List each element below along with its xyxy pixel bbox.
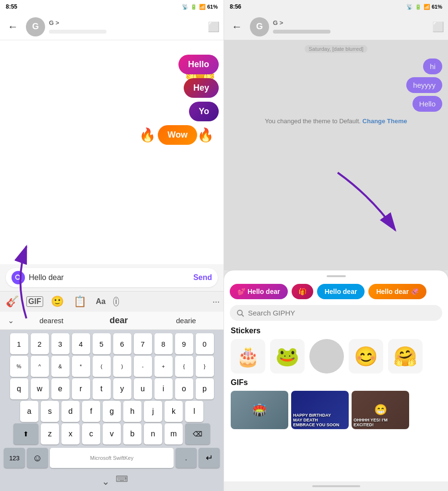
key-star[interactable]: *: [72, 356, 90, 377]
sticker-empty: [309, 339, 344, 374]
right-chat-header: ← G G > ⬜: [224, 13, 448, 40]
chip-hello-dear-1[interactable]: 💕 Hello dear: [230, 284, 288, 299]
music-icon[interactable]: 🎸: [4, 294, 21, 309]
sticker-frog[interactable]: 🐸: [270, 339, 305, 374]
quick-replies: Hello Hey Yo 🔥 Wow 🔥: [139, 55, 219, 145]
key-v[interactable]: v: [103, 423, 121, 444]
more-icon[interactable]: ···: [212, 297, 220, 307]
chip-hello-dear-3[interactable]: Hello dear 🦑: [368, 284, 426, 299]
key-1[interactable]: 1: [10, 333, 28, 354]
clipboard-icon[interactable]: 📋: [71, 294, 88, 309]
chip-gift[interactable]: 🎁: [292, 284, 313, 299]
key-0[interactable]: 0: [196, 333, 214, 354]
key-z[interactable]: z: [41, 423, 59, 444]
key-f[interactable]: f: [82, 401, 100, 422]
collapse-chevron[interactable]: ⌄: [96, 474, 116, 489]
key-q[interactable]: q: [10, 378, 28, 399]
key-num-switch[interactable]: 123: [4, 448, 25, 468]
svg-line-4: [242, 315, 244, 316]
video-icon-right[interactable]: ⬜: [432, 21, 444, 33]
sticker-hug[interactable]: 🤗: [388, 339, 423, 374]
key-backspace[interactable]: ⌫: [185, 423, 210, 444]
key-i[interactable]: i: [154, 378, 173, 399]
key-h[interactable]: h: [123, 401, 141, 422]
key-k[interactable]: k: [165, 401, 183, 422]
key-period[interactable]: .: [176, 448, 197, 468]
key-space[interactable]: Microsoft SwiftKey: [50, 448, 174, 468]
key-x[interactable]: x: [61, 423, 80, 444]
chip-hello-dear-2[interactable]: Hello dear: [317, 284, 365, 299]
gif-3[interactable]: OHHHH YES! I'M EXCITED! 😁: [352, 391, 409, 429]
key-plus[interactable]: +: [154, 356, 173, 377]
avatar: G: [26, 17, 45, 36]
key-8[interactable]: 8: [154, 333, 173, 354]
key-s[interactable]: s: [41, 401, 59, 422]
key-y[interactable]: y: [113, 378, 131, 399]
key-d[interactable]: d: [61, 401, 80, 422]
sticker-smile[interactable]: 😊: [349, 339, 383, 374]
hey-bubble[interactable]: Hey: [184, 78, 219, 98]
key-6[interactable]: 6: [113, 333, 131, 354]
key-a[interactable]: a: [20, 401, 38, 422]
key-lbrace[interactable]: {: [175, 356, 193, 377]
key-shift[interactable]: ⬆: [13, 423, 38, 444]
change-theme-link[interactable]: Change Theme: [363, 117, 407, 125]
font-icon[interactable]: Aa: [94, 296, 107, 307]
gif-icon[interactable]: GIF: [26, 296, 43, 307]
key-g[interactable]: g: [103, 401, 121, 422]
key-e[interactable]: e: [51, 378, 70, 399]
key-7[interactable]: 7: [134, 333, 152, 354]
gif-1[interactable]: 🏟️: [231, 391, 288, 429]
keyboard-nav-left: ⌄ ⌨: [0, 472, 224, 491]
key-w[interactable]: w: [31, 378, 49, 399]
key-3[interactable]: 3: [51, 333, 70, 354]
keyboard-grid-icon[interactable]: ⌨: [116, 474, 128, 489]
key-c[interactable]: c: [82, 423, 100, 444]
key-5[interactable]: 5: [93, 333, 111, 354]
video-call-icon[interactable]: ⬜: [208, 21, 220, 33]
key-caret[interactable]: ^: [31, 356, 49, 377]
message-input[interactable]: [29, 273, 193, 282]
key-emoji[interactable]: ☺: [27, 448, 48, 468]
right-panel: 8:56 📡 🔋 📶 61% ← G G > ⬜ Saturday, [date…: [224, 0, 448, 491]
hello-bubble[interactable]: Hello: [178, 55, 219, 74]
search-icon[interactable]: [12, 271, 25, 284]
key-lparen[interactable]: (: [93, 356, 111, 377]
key-minus[interactable]: -: [134, 356, 152, 377]
giphy-search-input[interactable]: [248, 309, 436, 317]
key-rbrace[interactable]: }: [196, 356, 214, 377]
yo-bubble[interactable]: Yo: [189, 102, 219, 121]
input-area: Send: [0, 264, 224, 291]
sticker-cake[interactable]: 🎂: [231, 339, 265, 374]
key-2[interactable]: 2: [31, 333, 49, 354]
sticker-icon[interactable]: 🙂: [49, 294, 66, 309]
wow-bubble[interactable]: Wow: [158, 125, 197, 145]
suggestion-dear[interactable]: dear: [85, 315, 152, 327]
back-button[interactable]: ←: [4, 19, 22, 35]
key-p[interactable]: p: [196, 378, 214, 399]
back-button-right[interactable]: ←: [228, 19, 246, 35]
key-m[interactable]: m: [165, 423, 183, 444]
suggestion-dearie[interactable]: dearie: [153, 316, 220, 326]
send-button[interactable]: Send: [193, 273, 212, 282]
key-rparen[interactable]: ): [113, 356, 131, 377]
info-icon[interactable]: i: [113, 297, 119, 306]
gif-2[interactable]: HAPPY BIRTHDAYMAY DEATHEMBRACE YOU SOON: [291, 391, 349, 429]
suggestion-chevron[interactable]: ⌄: [4, 316, 18, 325]
key-4[interactable]: 4: [72, 333, 90, 354]
key-o[interactable]: o: [175, 378, 193, 399]
suggestion-dearest[interactable]: dearest: [18, 316, 85, 326]
key-enter[interactable]: ↵: [199, 448, 220, 468]
key-9[interactable]: 9: [175, 333, 193, 354]
key-amp[interactable]: &: [51, 356, 70, 377]
key-t[interactable]: t: [93, 378, 111, 399]
key-u[interactable]: u: [134, 378, 152, 399]
avatar-right: G: [250, 17, 269, 36]
key-n[interactable]: n: [144, 423, 162, 444]
key-b[interactable]: b: [123, 423, 141, 444]
key-l[interactable]: l: [185, 401, 203, 422]
sheet-handle: [327, 275, 346, 277]
key-pct[interactable]: %: [10, 356, 28, 377]
key-j[interactable]: j: [144, 401, 162, 422]
key-r[interactable]: r: [72, 378, 90, 399]
